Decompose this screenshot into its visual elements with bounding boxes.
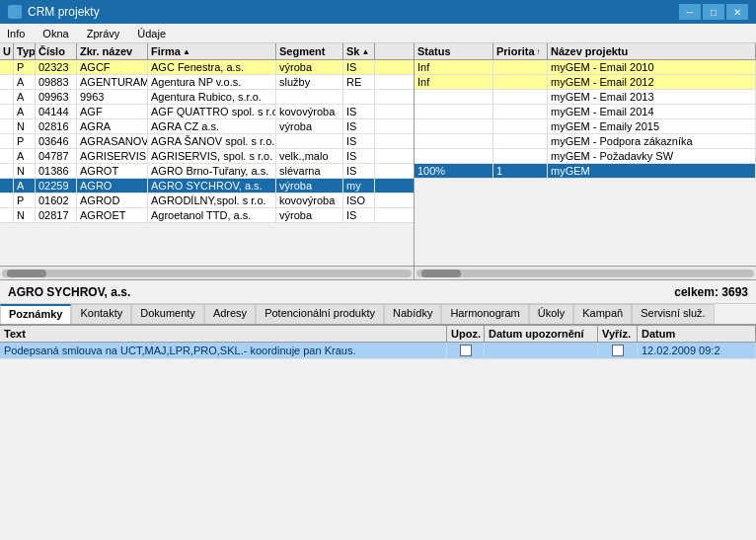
left-table-row[interactable]: N 02816 AGRA AGRA CZ a.s. výroba IS xyxy=(0,119,414,134)
cell-cislo: 04144 xyxy=(36,105,77,118)
app-title: CRM projekty xyxy=(28,5,100,19)
cell-u xyxy=(0,134,14,148)
cell-status: Inf xyxy=(415,60,493,74)
header-sk: Sk ▲ xyxy=(343,43,375,59)
menu-bar: Info Okna Zprávy Údaje xyxy=(0,24,756,43)
cell-u xyxy=(0,90,14,104)
cell-priorita xyxy=(493,149,548,163)
cell-zkr: AGCF xyxy=(77,60,148,74)
cell-u xyxy=(0,60,14,74)
menu-zpravy[interactable]: Zprávy xyxy=(84,27,123,40)
cell-sk: IS xyxy=(343,149,375,163)
cell-sk: IS xyxy=(343,60,375,74)
cell-sk: IS xyxy=(343,119,375,133)
header-zkr: Zkr. název xyxy=(77,43,148,59)
bottom-header-text: Text xyxy=(0,326,447,342)
cell-firma: Agroetanol TTD, a.s. xyxy=(148,208,276,222)
cell-zkr: 9963 xyxy=(77,90,148,104)
cell-segment: výroba xyxy=(276,179,343,193)
vyriz-checkbox[interactable] xyxy=(612,345,624,356)
bottom-table-row[interactable]: Podepsaná smlouva na UCT,MAJ,LPR,PRO,SKL… xyxy=(0,343,756,359)
right-table-row[interactable]: myGEM - Email 2013 xyxy=(415,90,756,105)
cell-sk: IS xyxy=(343,164,375,178)
cell-nazev: myGEM - Emaily 2015 xyxy=(548,119,756,133)
right-table-header: Status Priorita↑ Název projektu xyxy=(415,43,756,60)
right-panel: Status Priorita↑ Název projektu Inf myGE… xyxy=(415,43,756,279)
header-firma: Firma ▲ xyxy=(148,43,276,59)
cell-nazev: myGEM - Podpora zákazníka xyxy=(548,134,756,148)
left-table-row[interactable]: P 01602 AGROD AGRODÍLNY,spol. s r.o. kov… xyxy=(0,193,414,208)
tab-poznámky[interactable]: Poznámky xyxy=(0,304,71,324)
cell-sk: ISO xyxy=(343,193,375,207)
left-table-row[interactable]: A 09963 9963 Agentura Rubico, s.r.o. xyxy=(0,90,414,105)
menu-info[interactable]: Info xyxy=(4,27,28,40)
left-table-row[interactable]: P 03646 AGRASANOV AGRA ŠANOV spol. s r.o… xyxy=(0,134,414,149)
cell-firma: AGRA CZ a.s. xyxy=(148,119,276,133)
cell-firma: AGRA ŠANOV spol. s r.o. xyxy=(148,134,276,148)
cell-cislo: 02259 xyxy=(36,179,77,193)
right-table-row[interactable]: myGEM - Požadavky SW xyxy=(415,149,756,164)
cell-status xyxy=(415,90,493,104)
cell-upoz[interactable] xyxy=(447,343,485,358)
right-scrollbar-h[interactable] xyxy=(415,266,756,279)
tab-potencionální-produkty[interactable]: Potencionální produkty xyxy=(256,304,384,324)
cell-nazev: myGEM - Email 2014 xyxy=(548,105,756,118)
tab-nabídky[interactable]: Nabídky xyxy=(384,304,441,324)
cell-firma: AGF QUATTRO spol. s r.o. xyxy=(148,105,276,118)
cell-segment: výroba xyxy=(276,119,343,133)
cell-segment: slévarna xyxy=(276,164,343,178)
cell-cislo: 03646 xyxy=(36,134,77,148)
cell-zkr: AGENTURAM xyxy=(77,75,148,89)
left-table-row[interactable]: A 04787 AGRISERVIS AGRISERVIS, spol. s r… xyxy=(0,149,414,164)
tab-harmonogram[interactable]: Harmonogram xyxy=(441,304,528,324)
right-table-row[interactable]: myGEM - Email 2014 xyxy=(415,105,756,119)
cell-typ: A xyxy=(14,149,36,163)
cell-datum-upoz xyxy=(485,343,598,358)
tab-úkoly[interactable]: Úkoly xyxy=(529,304,574,324)
minimize-button[interactable]: ─ xyxy=(679,4,701,20)
header-cislo: Číslo xyxy=(36,43,77,59)
maximize-button[interactable]: □ xyxy=(703,4,724,20)
left-table-row[interactable]: N 01386 AGROT AGRO Brno-Tuřany, a.s. slé… xyxy=(0,164,414,179)
cell-firma: AGRO SYCHROV, a.s. xyxy=(148,179,276,193)
tab-servisní-služ.[interactable]: Servisní služ. xyxy=(632,304,714,324)
total-info: celkem: 3693 xyxy=(674,285,748,299)
tab-dokumenty[interactable]: Dokumenty xyxy=(131,304,204,324)
cell-zkr: AGRISERVIS xyxy=(77,149,148,163)
cell-segment: kovovýroba xyxy=(276,193,343,207)
cell-zkr: AGF xyxy=(77,105,148,118)
right-table-row[interactable]: myGEM - Emaily 2015 xyxy=(415,119,756,134)
tab-adresy[interactable]: Adresy xyxy=(204,304,256,324)
left-table-row[interactable]: A 09883 AGENTURAM Agentura NP v.o.s. slu… xyxy=(0,75,414,90)
upoz-checkbox[interactable] xyxy=(460,345,472,356)
cell-firma: AGRO Brno-Tuřany, a.s. xyxy=(148,164,276,178)
right-table-row[interactable]: 100% 1 myGEM xyxy=(415,164,756,179)
left-table-row[interactable]: A 04144 AGF AGF QUATTRO spol. s r.o. kov… xyxy=(0,105,414,119)
right-table-row[interactable]: myGEM - Podpora zákazníka xyxy=(415,134,756,149)
close-button[interactable]: ✕ xyxy=(726,4,748,20)
cell-sk: IS xyxy=(343,208,375,222)
right-table-row[interactable]: Inf myGEM - Email 2010 xyxy=(415,60,756,75)
left-scrollbar-h[interactable] xyxy=(0,266,414,279)
left-table-row[interactable]: A 02259 AGRO AGRO SYCHROV, a.s. výroba m… xyxy=(0,179,414,193)
cell-priorita xyxy=(493,75,548,89)
cell-nazev: myGEM - Email 2013 xyxy=(548,90,756,104)
cell-firma: Agentura Rubico, s.r.o. xyxy=(148,90,276,104)
cell-segment xyxy=(276,90,343,104)
cell-cislo: 02817 xyxy=(36,208,77,222)
tab-kontakty[interactable]: Kontakty xyxy=(71,304,131,324)
bottom-header-vyriz: Vyříz. xyxy=(598,326,638,342)
cell-u xyxy=(0,164,14,178)
cell-u xyxy=(0,193,14,207)
bottom-table-body: Podepsaná smlouva na UCT,MAJ,LPR,PRO,SKL… xyxy=(0,343,756,359)
cell-typ: A xyxy=(14,179,36,193)
tab-kampaň[interactable]: Kampaň xyxy=(573,304,632,324)
left-table-row[interactable]: P 02323 AGCF AGC Fenestra, a.s. výroba I… xyxy=(0,60,414,75)
cell-vyriz[interactable] xyxy=(598,343,638,358)
right-table-row[interactable]: Inf myGEM - Email 2012 xyxy=(415,75,756,90)
menu-okna[interactable]: Okna xyxy=(39,27,71,40)
menu-udaje[interactable]: Údaje xyxy=(134,27,169,40)
left-table-row[interactable]: N 02817 AGROET Agroetanol TTD, a.s. výro… xyxy=(0,208,414,223)
cell-segment: výroba xyxy=(276,60,343,74)
cell-sk: IS xyxy=(343,134,375,148)
